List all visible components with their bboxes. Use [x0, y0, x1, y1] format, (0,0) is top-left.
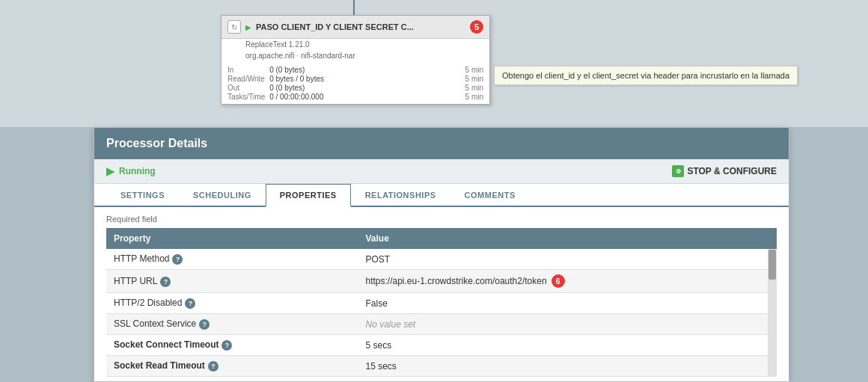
processor-node[interactable]: ↻ ▶ PASO CLIENT_ID Y CLIENT SECRET C... … [221, 15, 490, 105]
property-cell: HTTP/2 Disabled? [106, 293, 358, 314]
col-property: Property [106, 228, 358, 249]
value-cell: 15 secs [358, 356, 762, 377]
stat-tasks-label: Tasks/Time [227, 93, 265, 101]
processor-node-header: ↻ ▶ PASO CLIENT_ID Y CLIENT SECRET C... … [221, 16, 489, 39]
details-title: Processor Details [106, 137, 207, 150]
processor-stats: In 0 (0 bytes) 5 min Read/Write 0 bytes … [221, 63, 489, 104]
property-value: https://api.eu-1.crowdstrike.com/oauth2/… [365, 276, 546, 286]
value-cell: POST [358, 249, 762, 270]
table-row: HTTP Method?POST [106, 249, 777, 270]
tab-scheduling[interactable]: SCHEDULING [179, 184, 266, 206]
stop-configure-label: STOP & CONFIGURE [687, 166, 777, 176]
tab-properties[interactable]: PROPERTIES [266, 184, 351, 207]
help-icon[interactable]: ? [208, 361, 218, 372]
stat-in-time: 5 min [465, 66, 483, 74]
property-value: 5 secs [365, 340, 391, 351]
stat-out-label: Out [227, 84, 265, 92]
processor-details-panel: Processor Details ▶ Running ⚙ STOP & CON… [94, 127, 789, 382]
table-row: HTTP URL?https://api.eu-1.crowdstrike.co… [106, 270, 777, 293]
processor-play-icon: ▶ [245, 23, 251, 31]
properties-table-wrapper: Property Value HTTP Method?POSTHTTP URL?… [106, 228, 777, 377]
tabs-bar: SETTINGS SCHEDULING PROPERTIES RELATIONS… [94, 184, 789, 207]
tab-settings[interactable]: SETTINGS [106, 184, 179, 206]
properties-table: Property Value HTTP Method?POSTHTTP URL?… [106, 228, 777, 377]
stat-rw-value: 0 bytes / 0 bytes [269, 75, 460, 83]
running-indicator: ▶ Running [106, 165, 156, 177]
value-cell: False [358, 293, 762, 314]
help-icon[interactable]: ? [185, 298, 195, 309]
value-cell: 5 secs [358, 335, 762, 356]
property-value: POST [365, 254, 390, 265]
processor-node-org: org.apache.nifi · nifi-standard-nar [221, 50, 489, 63]
scrollbar-track[interactable] [768, 249, 777, 377]
stat-out-time: 5 min [465, 84, 483, 92]
stop-configure-button[interactable]: ⚙ STOP & CONFIGURE [672, 165, 777, 177]
stat-out-value: 0 (0 bytes) [269, 84, 460, 92]
tab-relationships[interactable]: RELATIONSHIPS [351, 184, 450, 206]
col-value: Value [358, 228, 762, 249]
stat-in-value: 0 (0 bytes) [269, 66, 460, 74]
stat-tasks-time: 5 min [465, 93, 483, 101]
help-icon[interactable]: ? [160, 277, 171, 287]
details-header: Processor Details [94, 128, 789, 159]
help-icon[interactable]: ? [199, 319, 210, 330]
property-value: No value set [365, 319, 415, 330]
property-value: False [365, 298, 387, 309]
value-cell: https://api.eu-1.crowdstrike.com/oauth2/… [358, 270, 762, 293]
tooltip-text: Obtengo el client_id y el client_secret … [502, 71, 789, 80]
help-icon[interactable]: ? [172, 254, 183, 265]
tooltip-bubble: Obtengo el client_id y el client_secret … [494, 66, 798, 85]
properties-content: Required field Property Value HTTP Metho… [94, 207, 789, 381]
property-cell: Socket Connect Timeout? [106, 335, 358, 356]
processor-node-name: PASO CLIENT_ID Y CLIENT SECRET C... [256, 22, 465, 31]
property-cell: Socket Read Timeout? [106, 356, 358, 377]
details-toolbar: ▶ Running ⚙ STOP & CONFIGURE [94, 159, 789, 184]
stat-tasks-value: 0 / 00:00:00.000 [269, 93, 460, 101]
processor-refresh-icon: ↻ [227, 20, 241, 34]
col-scrollbar [762, 228, 777, 249]
property-cell: SSL Context Service? [106, 314, 358, 335]
property-cell: HTTP Method? [106, 249, 358, 270]
table-row: HTTP/2 Disabled?False [106, 293, 777, 314]
stat-rw-time: 5 min [465, 75, 483, 83]
value-cell: No value set [358, 314, 762, 335]
processor-badge: 5 [470, 20, 483, 34]
stop-configure-icon: ⚙ [672, 165, 684, 177]
running-play-icon: ▶ [106, 165, 114, 177]
flow-arrow [353, 0, 355, 16]
running-label: Running [119, 166, 156, 176]
stat-in-label: In [227, 66, 265, 74]
table-row: Socket Connect Timeout?5 secs [106, 335, 777, 356]
help-icon[interactable]: ? [221, 340, 232, 351]
table-row: Socket Read Timeout?15 secs [106, 356, 777, 377]
value-badge: 6 [551, 274, 565, 288]
required-field-label: Required field [106, 215, 777, 224]
stat-rw-label: Read/Write [227, 75, 265, 83]
tab-comments[interactable]: COMMENTS [450, 184, 530, 206]
scrollbar-thumb[interactable] [768, 250, 776, 280]
property-value: 15 secs [365, 361, 396, 372]
table-row: SSL Context Service?No value set [106, 314, 777, 335]
property-cell: HTTP URL? [106, 270, 358, 293]
